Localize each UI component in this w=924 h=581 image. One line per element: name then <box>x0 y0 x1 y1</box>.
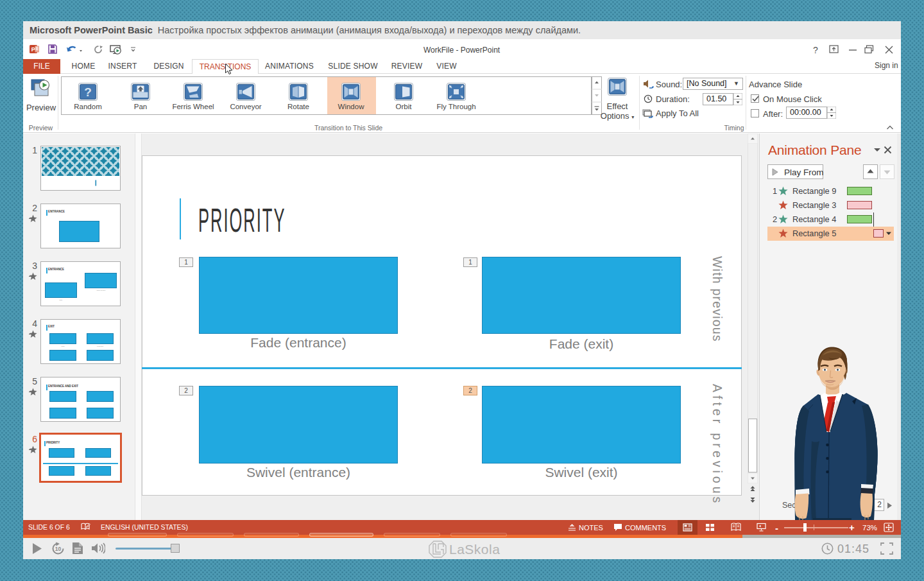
svg-text:?: ? <box>813 45 818 55</box>
svg-text:10: 10 <box>55 546 62 552</box>
svg-text:?: ? <box>84 85 92 99</box>
svg-text:P: P <box>31 46 35 53</box>
